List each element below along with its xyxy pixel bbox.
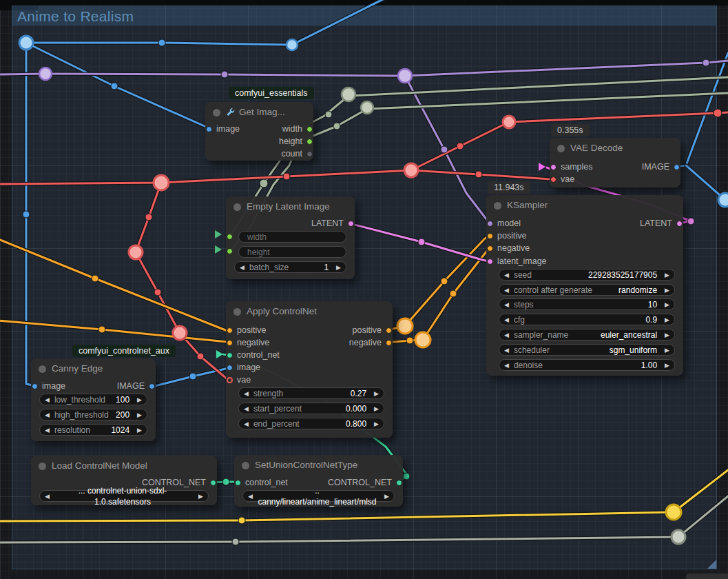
prev-arrow[interactable]: ◀ <box>499 329 514 341</box>
node-set-union-controlnet-type[interactable]: SetUnionControlNetType control_net CONTR… <box>234 455 403 507</box>
prev-arrow[interactable]: ◀ <box>499 345 514 356</box>
widget-batch-size[interactable]: ◀batch_size1▶ <box>234 261 346 273</box>
increment-arrow[interactable]: ▶ <box>660 270 674 281</box>
collapse-dot[interactable] <box>494 202 501 210</box>
increment-arrow[interactable]: ▶ <box>369 403 384 414</box>
reroute-dot-purple[interactable] <box>39 68 52 80</box>
next-arrow[interactable]: ▶ <box>660 329 674 341</box>
widget-seed[interactable]: ◀seed229283525177905▶ <box>499 269 675 281</box>
output-latent[interactable]: LATENT <box>640 218 683 229</box>
output-height[interactable]: height <box>279 136 313 147</box>
node-canny-edge[interactable]: comfyui_controlnet_aux Canny Edge image … <box>31 358 156 441</box>
input-negative[interactable]: negative <box>226 337 269 348</box>
input-samples[interactable]: samples <box>550 161 593 172</box>
node-empty-latent-image[interactable]: Empty Latent Image LATENT width height ◀… <box>226 196 355 279</box>
input-image[interactable]: image <box>31 380 65 392</box>
widget-start-percent[interactable]: ◀start_percent0.000▶ <box>238 403 384 414</box>
node-load-controlnet-model[interactable]: Load ControlNet Model CONTROL_NET ◀... c… <box>31 456 217 505</box>
collapse-dot[interactable] <box>242 462 249 469</box>
collapse-dot[interactable] <box>233 308 241 316</box>
node-ksampler[interactable]: 11.943s KSampler model positive negative… <box>486 195 683 376</box>
node-get-image-size[interactable]: comfyui_essentials Get Imag... image wid… <box>205 102 313 161</box>
input-latent-image[interactable]: latent_image <box>486 256 547 267</box>
collapse-dot[interactable] <box>39 463 46 470</box>
widget-resolution[interactable]: ◀resolution1024▶ <box>39 424 147 436</box>
reroute-dot-blue[interactable] <box>287 39 298 50</box>
widget-type[interactable]: ◀.. canny/lineart/anime_lineart/mlsd▶ <box>242 490 395 502</box>
collapse-dot[interactable] <box>213 109 220 116</box>
output-count[interactable]: count <box>281 148 313 159</box>
widget-width[interactable]: width <box>238 231 346 243</box>
increment-arrow[interactable]: ▶ <box>369 388 384 399</box>
input-vae[interactable]: vae <box>550 174 574 185</box>
decrement-arrow[interactable]: ◀ <box>235 262 249 273</box>
widget-steps[interactable]: ◀steps10▶ <box>499 298 675 310</box>
node-partial-bottom-right[interactable] <box>685 573 728 579</box>
output-latent[interactable]: LATENT <box>311 218 355 229</box>
prev-arrow[interactable]: ◀ <box>40 491 54 502</box>
widget-low-threshold[interactable]: ◀low_threshold100▶ <box>39 394 147 405</box>
decrement-arrow[interactable]: ◀ <box>239 418 253 429</box>
node-apply-controlnet[interactable]: Apply ControlNet positive negative contr… <box>226 301 393 438</box>
reroute-dot-orange[interactable] <box>397 318 413 334</box>
next-arrow[interactable]: ▶ <box>194 491 208 502</box>
input-control-net[interactable]: control_net <box>226 349 280 360</box>
widget-control-after-generate[interactable]: ◀control after generaterandomize▶ <box>499 284 675 296</box>
reroute-dot-gray[interactable] <box>672 530 685 544</box>
next-arrow[interactable]: ▶ <box>379 491 394 502</box>
increment-arrow[interactable]: ▶ <box>660 299 674 310</box>
decrement-arrow[interactable]: ◀ <box>499 360 514 371</box>
widget-controlnet-name[interactable]: ◀... controlnet-union-sdxl-1.0.safetenso… <box>39 490 209 502</box>
increment-arrow[interactable]: ▶ <box>331 262 346 273</box>
output-image[interactable]: IMAGE <box>642 161 680 172</box>
reroute-dot-red[interactable] <box>404 163 418 177</box>
increment-arrow[interactable]: ▶ <box>660 360 674 371</box>
reroute-dot-red[interactable] <box>154 175 169 190</box>
next-arrow[interactable]: ▶ <box>660 285 674 296</box>
next-arrow[interactable]: ▶ <box>660 345 674 356</box>
widget-denoise[interactable]: ◀denoise1.00▶ <box>499 359 675 371</box>
decrement-arrow[interactable]: ◀ <box>499 270 514 281</box>
decrement-arrow[interactable]: ◀ <box>40 394 54 405</box>
decrement-arrow[interactable]: ◀ <box>239 388 253 399</box>
input-width[interactable] <box>227 234 233 240</box>
input-image[interactable]: image <box>226 362 260 373</box>
prev-arrow[interactable]: ◀ <box>499 285 514 296</box>
widget-strength[interactable]: ◀strength0.27▶ <box>238 387 384 399</box>
input-height[interactable] <box>227 248 233 254</box>
decrement-arrow[interactable]: ◀ <box>40 425 54 436</box>
reroute-dot-yellow[interactable] <box>666 505 681 520</box>
reroute-dot-purple[interactable] <box>398 69 412 83</box>
input-negative[interactable]: negative <box>486 243 530 254</box>
input-positive[interactable]: positive <box>226 325 266 336</box>
reroute-dot-red[interactable] <box>129 245 143 259</box>
widget-cfg[interactable]: ◀cfg0.9▶ <box>499 314 675 325</box>
prev-arrow[interactable]: ◀ <box>243 491 258 502</box>
decrement-arrow[interactable]: ◀ <box>239 403 253 414</box>
output-negative[interactable]: negative <box>349 337 393 348</box>
widget-high-threshold[interactable]: ◀high_threshold200▶ <box>39 409 147 420</box>
decrement-arrow[interactable]: ◀ <box>40 409 54 420</box>
node-vae-decode[interactable]: 0.355s VAE Decode samples vae IMAGE <box>550 138 680 187</box>
input-image[interactable]: image <box>205 123 240 134</box>
collapse-dot[interactable] <box>39 365 46 373</box>
reroute-dot-blue[interactable] <box>19 36 33 50</box>
reroute-dot-blue[interactable] <box>718 193 728 207</box>
input-positive[interactable]: positive <box>486 230 526 241</box>
reroute-dot-red[interactable] <box>173 326 187 340</box>
widget-sampler-name[interactable]: ◀sampler_nameeuler_ancestral▶ <box>499 329 675 341</box>
increment-arrow[interactable]: ▶ <box>660 314 674 325</box>
increment-arrow[interactable]: ▶ <box>132 409 147 420</box>
widget-end-percent[interactable]: ◀end_percent0.800▶ <box>238 418 384 429</box>
increment-arrow[interactable]: ▶ <box>369 418 384 429</box>
increment-arrow[interactable]: ▶ <box>132 425 147 436</box>
decrement-arrow[interactable]: ◀ <box>499 299 514 310</box>
input-model[interactable]: model <box>486 218 521 229</box>
output-image[interactable]: IMAGE <box>117 380 156 392</box>
increment-arrow[interactable]: ▶ <box>132 394 147 405</box>
widget-scheduler[interactable]: ◀schedulersgm_uniform▶ <box>499 344 675 356</box>
reroute-dot-sage[interactable] <box>361 101 373 114</box>
collapse-dot[interactable] <box>233 203 241 211</box>
widget-height[interactable]: height <box>238 246 346 258</box>
decrement-arrow[interactable]: ◀ <box>499 314 514 325</box>
